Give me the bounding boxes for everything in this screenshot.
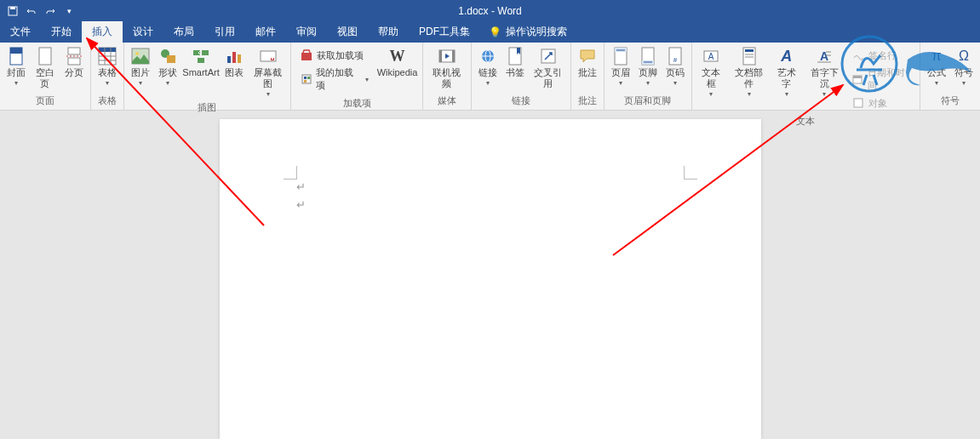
link-label: 链接 (479, 67, 497, 78)
chevron-down-icon: ▾ (166, 79, 169, 87)
footer-button[interactable]: 页脚 ▾ (635, 45, 661, 93)
pictures-label: 图片 (131, 67, 150, 78)
svg-rect-5 (68, 48, 80, 54)
cover-page-button[interactable]: 封面 ▾ (3, 45, 29, 93)
table-button[interactable]: 表格 ▾ (95, 45, 120, 93)
wikipedia-label: Wikipedia (377, 67, 418, 78)
tab-file[interactable]: 文件 (0, 21, 41, 43)
pagenum-button[interactable]: # 页码 ▾ (662, 45, 688, 93)
signature-button[interactable]: 签名行 (848, 47, 914, 64)
tab-layout[interactable]: 布局 (163, 21, 204, 43)
equation-button[interactable]: π 公式 ▾ (924, 45, 949, 93)
svg-rect-21 (227, 56, 231, 63)
ribbon-group-headerfooter: 页眉 ▾ 页脚 ▾ # 页码 ▾ 页眉和页脚 (605, 43, 692, 110)
tab-pdftools[interactable]: PDF工具集 (409, 21, 480, 43)
screenshot-button[interactable]: 屏幕截图 ▾ (249, 45, 287, 100)
illustrations-group-label: 插图 (128, 100, 287, 117)
textbox-button[interactable]: A 文本框 ▾ (696, 45, 727, 113)
smartart-button[interactable]: SmartArt (182, 45, 220, 100)
shapes-button[interactable]: 形状 ▾ (155, 45, 181, 100)
tab-view[interactable]: 视图 (327, 21, 368, 43)
crossref-icon (539, 47, 558, 66)
link-button[interactable]: 链接 ▾ (475, 45, 501, 93)
svg-text:A: A (708, 52, 714, 61)
quick-access-toolbar: ▾ (0, 5, 75, 17)
document-area[interactable]: ↵ ↵ (0, 111, 980, 439)
ribbon-group-symbols: π 公式 ▾ Ω 符号 ▾ 符号 (920, 43, 980, 110)
my-addins-button[interactable]: 我的加载项 ▾ (296, 65, 372, 94)
pages-group-label: 页面 (3, 93, 87, 110)
tab-references[interactable]: 引用 (204, 21, 245, 43)
symbol-button[interactable]: Ω 符号 ▾ (951, 45, 977, 93)
chart-button[interactable]: 图表 (221, 45, 247, 100)
undo-icon[interactable] (26, 5, 37, 17)
datetime-label: 日期和时间 (868, 66, 911, 92)
chevron-down-icon: ▾ (646, 79, 650, 87)
object-button[interactable]: 对象 (848, 94, 914, 111)
header-button[interactable]: 页眉 ▾ (608, 45, 633, 93)
object-icon (851, 96, 865, 110)
headerfooter-group-label: 页眉和页脚 (608, 93, 688, 110)
cover-page-icon (7, 47, 26, 66)
blank-page-button[interactable]: 空白页 (31, 45, 60, 93)
signature-icon (851, 48, 865, 62)
wordart-button[interactable]: A 艺术字 ▾ (771, 45, 802, 113)
ribbon-group-links: 链接 ▾ 书签 交叉引用 链接 (472, 43, 571, 110)
textbox-label: 文本框 (698, 67, 725, 89)
object-label: 对象 (868, 97, 887, 110)
redo-icon[interactable] (44, 5, 56, 17)
svg-rect-31 (304, 80, 307, 83)
ribbon-group-media: 联机视频 媒体 (423, 43, 471, 110)
get-addins-button[interactable]: 获取加载项 (296, 47, 372, 64)
tab-design[interactable]: 设计 (123, 21, 163, 43)
wikipedia-icon: W (388, 47, 407, 66)
screenshot-icon (259, 47, 278, 66)
tab-review[interactable]: 审阅 (286, 21, 327, 43)
document-page[interactable]: ↵ ↵ (220, 119, 761, 439)
pictures-button[interactable]: 图片 ▾ (128, 45, 153, 100)
tab-mailings[interactable]: 邮件 (245, 21, 286, 43)
symbols-group-label: 符号 (924, 93, 977, 110)
chevron-down-icon: ▾ (139, 79, 142, 87)
chevron-down-icon: ▾ (709, 90, 713, 98)
screenshot-label: 屏幕截图 (251, 67, 284, 89)
svg-point-15 (135, 52, 139, 55)
header-label: 页眉 (611, 67, 630, 78)
media-group-label: 媒体 (427, 93, 467, 110)
tab-insert[interactable]: 插入 (82, 21, 123, 43)
chevron-down-icon: ▾ (748, 90, 751, 98)
bookmark-icon (506, 47, 524, 66)
shapes-label: 形状 (158, 67, 177, 78)
signature-label: 签名行 (868, 49, 897, 62)
links-group-label: 链接 (475, 93, 567, 110)
tell-me-label: 操作说明搜索 (506, 25, 567, 39)
chevron-down-icon: ▾ (673, 79, 677, 87)
datetime-button[interactable]: 日期和时间 (848, 65, 914, 94)
tell-me-search[interactable]: 💡 操作说明搜索 (489, 25, 567, 39)
ribbon: 封面 ▾ 空白页 分页 页面 (0, 43, 980, 111)
svg-rect-51 (745, 49, 754, 52)
page-break-label: 分页 (65, 67, 83, 78)
addins-group-label: 加载项 (295, 95, 419, 112)
comment-button[interactable]: 批注 (575, 45, 600, 93)
save-icon[interactable] (7, 5, 19, 17)
quickparts-icon (740, 47, 759, 66)
qat-dropdown-icon[interactable]: ▾ (63, 5, 75, 17)
bookmark-button[interactable]: 书签 (502, 45, 528, 93)
textbox-icon: A (702, 47, 720, 66)
crossref-button[interactable]: 交叉引用 (530, 45, 567, 93)
window-title: 1.docx - Word (458, 5, 521, 17)
online-video-button[interactable]: 联机视频 (427, 45, 467, 93)
quickparts-button[interactable]: 文档部件 ▾ (729, 45, 769, 113)
svg-rect-22 (232, 52, 236, 63)
svg-rect-18 (193, 50, 200, 55)
pagenum-label: 页码 (666, 67, 685, 78)
tab-help[interactable]: 帮助 (368, 21, 409, 43)
tab-home[interactable]: 开始 (41, 21, 82, 43)
page-break-button[interactable]: 分页 (61, 45, 87, 93)
wikipedia-button[interactable]: W Wikipedia (375, 45, 419, 95)
dropcap-button[interactable]: A 首字下沉 ▾ (804, 45, 844, 113)
svg-rect-23 (238, 54, 241, 63)
smartart-label: SmartArt (182, 67, 219, 78)
chevron-down-icon: ▾ (266, 90, 270, 98)
